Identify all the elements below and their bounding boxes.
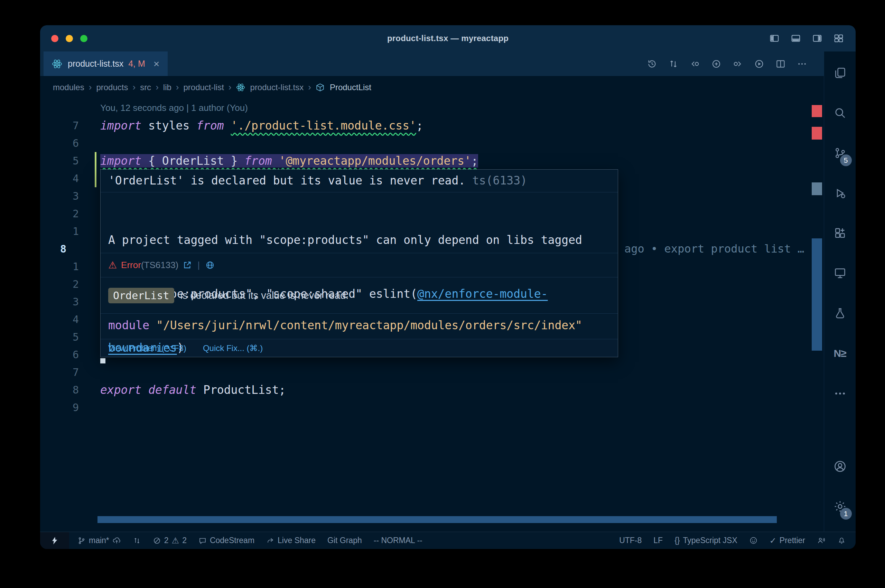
horizontal-scrollbar[interactable] (98, 516, 777, 523)
line-number: 2 (40, 205, 79, 222)
warning-triangle-icon: ⚠ (172, 536, 179, 546)
semicolon: ; (471, 154, 478, 168)
breadcrumb-item-modules[interactable]: modules (53, 82, 84, 92)
more-actions-icon[interactable] (797, 59, 807, 69)
symbol-chip: OrderList (108, 288, 174, 303)
line-number: 1 (40, 222, 79, 240)
git-graph-status[interactable]: Git Graph (328, 536, 362, 545)
customize-layout-icon[interactable] (834, 33, 844, 44)
codestream-status[interactable]: CodeStream (198, 536, 254, 545)
hover-resize-handle[interactable] (100, 358, 105, 363)
gitlens-blame-lens[interactable]: You, 12 seconds ago | 1 author (You) (100, 99, 248, 117)
breadcrumb-item-products[interactable]: products (96, 82, 128, 92)
gitlens-compare-status[interactable] (133, 537, 141, 545)
breadcrumb-symbol[interactable]: ProductList (330, 82, 371, 92)
react-file-icon (236, 83, 245, 92)
branch-status[interactable]: main* (77, 536, 121, 545)
explorer-icon[interactable] (828, 56, 852, 90)
toggle-sidebar-right-icon[interactable] (812, 33, 822, 44)
vertical-scrollbar[interactable] (812, 238, 822, 351)
feedback-icon[interactable] (817, 536, 826, 545)
remote-indicator[interactable] (40, 532, 69, 549)
language-mode-status[interactable]: {} TypeScript JSX (675, 536, 738, 545)
line-number: 9 (40, 399, 79, 416)
breadcrumb-item-src[interactable]: src (140, 82, 151, 92)
prettier-status[interactable]: ✓ Prettier (769, 536, 805, 546)
split-editor-icon[interactable] (775, 59, 786, 69)
source-control-badge: 5 (840, 154, 852, 166)
string-orders-path: '@myreactapp/modules/orders' (279, 154, 471, 168)
globe-icon[interactable] (205, 261, 215, 270)
line-number: 3 (40, 187, 79, 205)
line-number: 1 (40, 258, 79, 275)
error-marker (812, 105, 822, 117)
tab-close-icon[interactable]: × (153, 59, 160, 69)
info-marker (812, 182, 822, 195)
encoding-status[interactable]: UTF-8 (619, 536, 642, 545)
error-count: 2 (164, 536, 169, 545)
more-views-icon[interactable] (828, 377, 852, 410)
line-number: 6 (40, 134, 79, 152)
source-control-icon[interactable]: 5 (828, 136, 852, 170)
editor-surface[interactable]: 7 6 5 4 3 2 1 8 1 2 3 4 5 6 7 8 9 Y (40, 99, 824, 532)
run-debug-icon[interactable] (828, 177, 852, 210)
quick-fix-action[interactable]: Quick Fix... (⌘.) (203, 344, 263, 353)
hover-summary: 'OrderList' is declared but its value is… (108, 174, 465, 187)
extensions-icon[interactable] (828, 217, 852, 250)
search-icon[interactable] (828, 96, 852, 129)
next-change-icon[interactable] (733, 59, 743, 69)
problems-status[interactable]: 2 ⚠ 2 (153, 536, 187, 546)
braces-icon: {} (675, 536, 680, 545)
timeline-history-icon[interactable] (647, 59, 657, 69)
warning-count: 2 (182, 536, 187, 545)
breadcrumb-file[interactable]: product-list.tsx (250, 82, 304, 92)
titlebar: product-list.tsx — myreactapp (40, 25, 856, 51)
open-changes-icon[interactable] (711, 59, 721, 69)
tab-problems-badge: 4, M (128, 59, 145, 69)
rule-line-1: A project tagged with "scope:products" c… (108, 233, 582, 247)
testing-icon[interactable] (828, 297, 852, 330)
keyword-import: import (100, 119, 148, 132)
compare-changes-icon[interactable] (668, 59, 679, 69)
settings-gear-icon[interactable]: 1 (828, 490, 852, 523)
tab-product-list[interactable]: product-list.tsx 4, M × (44, 51, 168, 76)
eol-status[interactable]: LF (654, 536, 663, 545)
notifications-bell-icon[interactable] (837, 536, 846, 545)
line-number: 8 (40, 381, 79, 399)
code-line-import-styles[interactable]: import styles from './product-list.modul… (100, 117, 423, 134)
breadcrumb-item-lib[interactable]: lib (163, 82, 171, 92)
editor-actions (647, 51, 807, 76)
toggle-sidebar-left-icon[interactable] (769, 33, 780, 44)
eslint-rule-link[interactable]: @nx/enforce-module- (417, 287, 548, 301)
line-number: 2 (40, 275, 79, 293)
live-share-status[interactable]: Live Share (266, 536, 316, 545)
view-problem-action[interactable]: View Problem (⌥F8) (108, 344, 186, 353)
line-number: 7 (40, 363, 79, 381)
vim-mode-indicator: -- NORMAL -- (374, 536, 422, 545)
git-modified-indicator (95, 152, 96, 187)
github-status-icon[interactable] (749, 536, 758, 545)
remote-explorer-icon[interactable] (828, 257, 852, 290)
keyword-import: import (100, 154, 148, 168)
breadcrumb-separator: › (308, 82, 311, 93)
breadcrumb-separator: › (89, 82, 92, 93)
brace-open: { (148, 154, 162, 168)
divider: | (197, 260, 200, 270)
string-css-path: './product-list.module.css' (231, 119, 416, 132)
breadcrumb-separator: › (132, 82, 135, 93)
semicolon: ; (416, 119, 423, 132)
code-line-import-orderlist[interactable]: import { OrderList } from '@myreactapp/m… (100, 152, 478, 170)
breadcrumb-item-product-list[interactable]: product-list (183, 82, 224, 92)
previous-change-icon[interactable] (690, 59, 700, 69)
gitlens-inline-blame: ago • export product list … (624, 240, 804, 258)
account-icon[interactable] (828, 450, 852, 483)
share-arrow-icon (266, 537, 275, 545)
nx-console-icon[interactable]: N≥ (828, 337, 852, 370)
breadcrumb-separator: › (176, 82, 179, 93)
open-external-icon[interactable] (183, 261, 192, 270)
toggle-panel-icon[interactable] (790, 33, 801, 44)
error-label: Error (121, 260, 141, 270)
error-code: (TS6133) (141, 260, 178, 270)
run-file-icon[interactable] (754, 59, 764, 69)
current-line-number: 8 (40, 240, 79, 258)
